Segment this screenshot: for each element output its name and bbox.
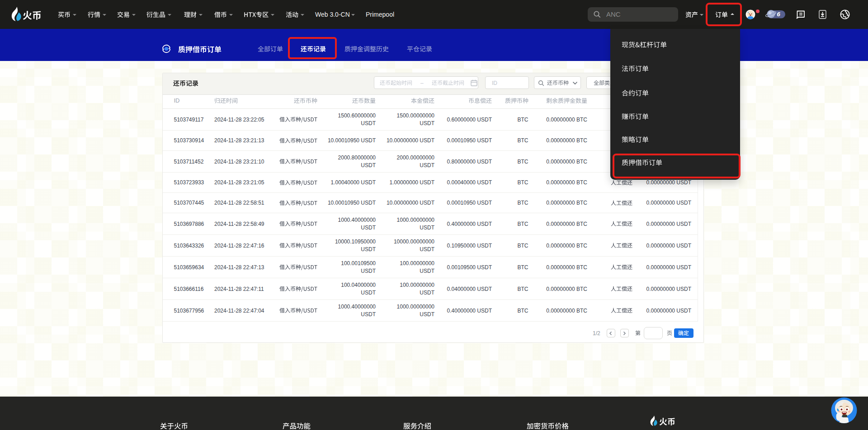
svg-text:6: 6	[777, 11, 780, 18]
